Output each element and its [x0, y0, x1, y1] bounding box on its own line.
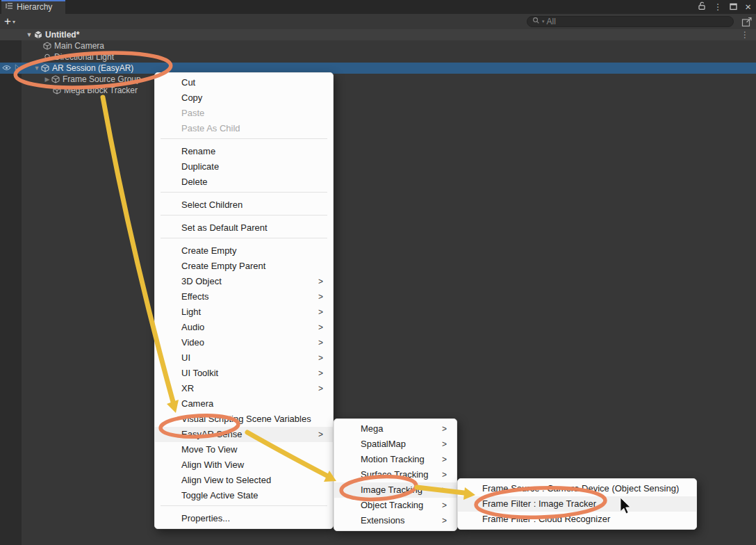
- menu-item-label: Rename: [181, 146, 215, 156]
- menu-item[interactable]: 3D Object >: [155, 274, 333, 289]
- menu-item-label: Create Empty: [181, 245, 236, 256]
- menu-item[interactable]: Camera >: [155, 396, 333, 412]
- menu-item-label: Light: [181, 307, 201, 317]
- scene-row[interactable]: ▼ Untitled* ⋮: [0, 29, 756, 40]
- submenu-chevron-icon: >: [318, 350, 323, 366]
- menu-item[interactable]: XR >: [155, 381, 333, 396]
- menu-item-label: Motion Tracking: [361, 454, 425, 464]
- tree-row-directional-light[interactable]: Directional Light: [0, 51, 756, 63]
- menu-item[interactable]: Frame Filter : Cloud Recognizer >: [458, 512, 696, 527]
- menu-item-label: Paste As Child: [181, 123, 240, 133]
- menu-item-label: Select Children: [181, 200, 243, 210]
- maximize-icon[interactable]: [730, 1, 737, 13]
- menu-item[interactable]: SpatialMap >: [334, 437, 457, 452]
- menu-item[interactable]: Select Children >: [155, 197, 333, 213]
- scene-foldout-triangle-icon[interactable]: ▼: [26, 31, 33, 38]
- menu-item-label: Duplicate: [181, 161, 219, 172]
- menu-item[interactable]: Motion Tracking >: [334, 452, 457, 467]
- create-button[interactable]: + ▾: [4, 14, 15, 29]
- menu-item[interactable]: Audio >: [155, 320, 333, 335]
- menu-separator: >: [155, 505, 333, 511]
- image-tracking-submenu: Frame Source : Camera Device (Object Sen…: [457, 478, 697, 530]
- menu-item[interactable]: Create Empty >: [155, 243, 333, 259]
- menu-item-label: Extensions: [361, 515, 405, 526]
- menu-item[interactable]: Object Tracking >: [334, 498, 457, 513]
- menu-item[interactable]: Align With View >: [155, 457, 333, 473]
- menu-item[interactable]: Delete >: [155, 174, 333, 190]
- menu-item-label: Mega: [361, 423, 384, 434]
- menu-item[interactable]: Cut >: [155, 75, 333, 90]
- menu-item-label: Set as Default Parent: [181, 222, 268, 233]
- visibility-eye-icon[interactable]: [2, 64, 11, 74]
- tree-item-label: Mega Block Tracker: [64, 86, 138, 95]
- gameobject-cube-icon: [53, 86, 61, 95]
- menu-item[interactable]: Paste >: [155, 106, 333, 121]
- menu-item-label: Frame Filter : Image Tracker: [482, 498, 596, 509]
- panel-menu-kebab-icon[interactable]: ⋮: [714, 0, 722, 14]
- scene-name: Untitled*: [45, 30, 79, 40]
- tree-item-label: Main Camera: [54, 41, 104, 51]
- menu-item-label: Effects: [181, 291, 209, 302]
- menu-item[interactable]: EasyAR Sense >: [155, 427, 333, 442]
- foldout-triangle-icon[interactable]: ▶: [44, 76, 51, 83]
- pickability-cursor-icon[interactable]: [14, 64, 21, 74]
- menu-item[interactable]: Surface Tracking >: [334, 467, 457, 482]
- menu-item[interactable]: UI >: [155, 350, 333, 366]
- menu-item[interactable]: Toggle Active State >: [155, 488, 333, 503]
- menu-item[interactable]: Paste As Child >: [155, 121, 333, 136]
- submenu-chevron-icon: >: [442, 513, 447, 528]
- submenu-chevron-icon: >: [442, 421, 447, 437]
- foldout-triangle-icon[interactable]: ▼: [33, 65, 40, 72]
- menu-item[interactable]: Frame Source : Camera Device (Object Sen…: [458, 481, 696, 496]
- menu-item-label: XR: [181, 383, 194, 393]
- menu-item[interactable]: Effects >: [155, 289, 333, 304]
- search-input[interactable]: ▾ All: [527, 16, 734, 27]
- menu-item-label: UI: [181, 352, 190, 363]
- unity-hierarchy-window: Hierarchy ⋮ × + ▾ ▾ All: [0, 0, 756, 545]
- menu-item[interactable]: Mega >: [334, 421, 457, 437]
- menu-item[interactable]: Set as Default Parent >: [155, 220, 333, 236]
- menu-item[interactable]: Visual Scripting Scene Variables >: [155, 412, 333, 427]
- menu-item[interactable]: Copy >: [155, 90, 333, 106]
- menu-item[interactable]: Image Tracking >: [334, 482, 457, 498]
- menu-item-label: Object Tracking: [361, 500, 423, 510]
- menu-item[interactable]: Light >: [155, 304, 333, 320]
- menu-item[interactable]: Extensions >: [334, 513, 457, 528]
- menu-item[interactable]: Create Empty Parent >: [155, 259, 333, 274]
- menu-item[interactable]: Frame Filter : Image Tracker >: [458, 496, 696, 512]
- search-popout-icon[interactable]: [741, 17, 753, 27]
- scene-kebab-icon[interactable]: ⋮: [741, 29, 749, 40]
- tree-row-mega-block-tracker[interactable]: Mega Block Tracker: [0, 85, 756, 96]
- menu-separator: >: [155, 138, 333, 144]
- menu-item-label: Paste: [181, 108, 204, 118]
- submenu-chevron-icon: >: [318, 304, 323, 320]
- menu-item-label: Move To View: [181, 444, 237, 455]
- menu-item[interactable]: UI Toolkit >: [155, 366, 333, 381]
- menu-item[interactable]: Rename >: [155, 144, 333, 159]
- menu-item-label: Align With View: [181, 459, 244, 470]
- tree-row-main-camera[interactable]: Main Camera: [0, 40, 756, 51]
- plus-icon: +: [4, 15, 11, 29]
- close-icon[interactable]: ×: [745, 0, 751, 14]
- tree-row-frame-source-group[interactable]: ▶ Frame Source Group: [0, 74, 756, 85]
- search-placeholder: All: [547, 17, 556, 26]
- tree-item-label: AR Session (EasyAR): [52, 63, 133, 73]
- menu-item[interactable]: Video >: [155, 335, 333, 350]
- menu-item-label: Camera: [181, 398, 213, 409]
- menu-item-label: Audio: [181, 322, 204, 332]
- menu-item[interactable]: Move To View >: [155, 442, 333, 457]
- menu-item-label: Image Tracking: [361, 485, 422, 495]
- unlock-icon[interactable]: [698, 1, 706, 13]
- tab-hierarchy[interactable]: Hierarchy: [1, 0, 65, 14]
- tree-row-ar-session-selected[interactable]: ▼ AR Session (EasyAR): [0, 63, 756, 74]
- menu-item-label: Frame Filter : Cloud Recognizer: [482, 514, 610, 524]
- submenu-chevron-icon: >: [318, 289, 323, 304]
- menu-item[interactable]: Duplicate >: [155, 159, 333, 174]
- menu-item[interactable]: Align View to Selected >: [155, 473, 333, 488]
- menu-item[interactable]: Properties... >: [155, 511, 333, 526]
- submenu-chevron-icon: >: [442, 437, 447, 452]
- menu-item-label: UI Toolkit: [181, 368, 218, 378]
- tree-item-label: Directional Light: [54, 52, 114, 62]
- gameobject-light-icon: [43, 53, 51, 61]
- menu-item-label: Visual Scripting Scene Variables: [181, 414, 311, 424]
